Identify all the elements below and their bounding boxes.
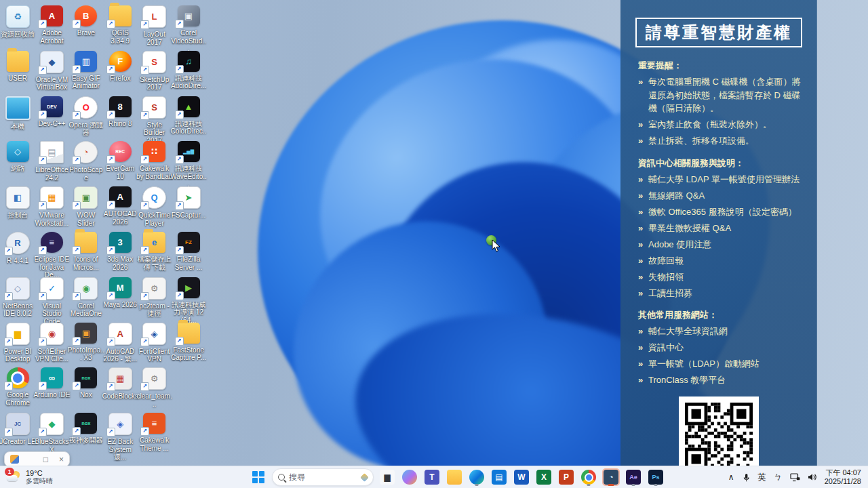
maximize-button[interactable]: □ bbox=[43, 455, 48, 464]
search-box[interactable]: 搜尋 bbox=[272, 468, 374, 486]
desktop-icon-39[interactable]: M↗Maya 2026 bbox=[102, 277, 138, 309]
desktop-icon-44[interactable]: ▣↗PhotoImpa... X3 bbox=[68, 323, 104, 362]
desktop-icon-6[interactable]: USER bbox=[0, 51, 36, 83]
desktop-icon-34[interactable]: e↗檔案儲存上傳 下載 bbox=[136, 232, 173, 271]
desktop-icon-31[interactable]: ≡↗Eclipse IDE for Java De... bbox=[33, 232, 70, 279]
desktop-icon-label: NetBeans IDE 8.0.2 bbox=[0, 302, 36, 318]
desktop-icon-22[interactable]: ∷↗Cakewalk by BandLab bbox=[136, 141, 173, 180]
desktop-icon-57[interactable]: ≡↗Cakewalk Theme ... bbox=[136, 413, 173, 452]
desktop-icon-21[interactable]: REC↗EverCam 10 bbox=[102, 141, 138, 180]
app-icon: ↗ bbox=[7, 367, 29, 388]
desktop-icon-24[interactable]: ◧控制台 bbox=[0, 186, 36, 220]
taskbar-app-edge[interactable] bbox=[468, 468, 486, 486]
desktop-icon-55[interactable]: nox↗夜神多開器 bbox=[68, 413, 104, 445]
desktop-icon-14[interactable]: O↗Opera 瀏覽器 bbox=[68, 96, 104, 137]
desktop-icon-19[interactable]: ▤↗LibreOffice 24.2 bbox=[33, 141, 70, 182]
desktop-icon-35[interactable]: FZ↗FileZilla Server ... bbox=[170, 232, 207, 271]
desktop-icon-7[interactable]: ◆↗Oracle VM VirtualBox bbox=[33, 51, 70, 92]
desktop-icon-52[interactable]: ⚙↗clear_team... bbox=[136, 367, 173, 408]
app-icon: A↗ bbox=[108, 323, 132, 345]
desktop-icon-30[interactable]: R↗R 4.4.1 bbox=[0, 232, 36, 265]
desktop-icon-37[interactable]: ✓↗Visual Studio Code bbox=[33, 277, 70, 326]
desktop-icon-50[interactable]: nox↗Nox bbox=[68, 367, 104, 399]
desktop-icon-38[interactable]: ◉↗Corel MediaOne bbox=[68, 277, 104, 318]
desktop-icon-9[interactable]: F↗Firefox bbox=[102, 51, 138, 83]
start-button[interactable] bbox=[250, 468, 267, 486]
taskbar-app-photoshop[interactable]: Ps bbox=[647, 468, 665, 486]
desktop-icon-42[interactable]: ▆↗Power BI Desktop bbox=[0, 323, 36, 363]
desktop-icon-5[interactable]: ▣↗Corel VideoStud... bbox=[170, 5, 207, 53]
desktop-icon-23[interactable]: ▂▅▇↗訊連科技 WaveEdito... bbox=[170, 141, 207, 188]
desktop-icon-41[interactable]: ▶↗訊連科技威力導演 12 (64... bbox=[170, 277, 207, 325]
clock[interactable]: 下午 04:07 2025/11/28 bbox=[825, 468, 861, 486]
app-icon: ⚙↗ bbox=[142, 367, 166, 390]
desktop-icon-8[interactable]: ▥↗Easy GIF Animator bbox=[68, 51, 104, 90]
widgets-button[interactable]: 1 19°C 多雲時晴 bbox=[0, 466, 60, 488]
desktop-icon-16[interactable]: S↗Style Builder 2017 bbox=[136, 96, 173, 145]
ime-mode-indicator[interactable]: ㄅ bbox=[774, 472, 783, 483]
desktop-icon-27[interactable]: A↗AUTOCAD 2026 bbox=[102, 186, 138, 226]
app-icon: ♫↗ bbox=[178, 51, 200, 72]
app-icon: ≡↗ bbox=[143, 413, 165, 434]
mini-window-titlebar[interactable]: □ × bbox=[4, 451, 70, 467]
desktop-icon-48[interactable]: ↗Google Chrome bbox=[0, 367, 36, 407]
taskbar-app-file-explorer[interactable] bbox=[446, 468, 463, 486]
taskbar-app-microsoft-store[interactable]: ▤ bbox=[490, 468, 508, 486]
taskbar-app-after-effects[interactable]: Ae bbox=[625, 468, 642, 486]
desktop-icon-56[interactable]: ◈↗EZ Back System 還... bbox=[102, 413, 138, 462]
desktop-icon-3[interactable]: ↗QGIS 3.34.9 bbox=[102, 5, 138, 45]
desktop-icon-29[interactable]: ➤↗FSCaptur... bbox=[170, 186, 207, 220]
desktop-icon-45[interactable]: A↗AutoCAD 2026 - 繁... bbox=[102, 323, 138, 363]
desktop-icon-20[interactable]: ◔↗PhotoScape bbox=[68, 141, 104, 182]
panel-list-item: 無線網路 Q&A bbox=[638, 189, 809, 203]
desktop-icon-25[interactable]: ▦↗VMware Workstati... bbox=[33, 186, 70, 227]
taskbar-app-chrome[interactable] bbox=[580, 468, 597, 486]
close-button[interactable]: × bbox=[59, 455, 64, 464]
desktop-icon-46[interactable]: ◈↗FortiClient VPN bbox=[136, 323, 173, 363]
desktop-icon-49[interactable]: ∞↗Arduino IDE bbox=[33, 367, 70, 399]
panel-list-item: 單一帳號（LDAP）啟動網站 bbox=[638, 357, 809, 371]
desktop-icon-label: AUTOCAD 2026 bbox=[102, 210, 138, 226]
desktop-icon-2[interactable]: B↗Brave bbox=[68, 5, 104, 37]
desktop-icon-10[interactable]: S↗SketchUp 2017 bbox=[136, 51, 173, 92]
desktop-icon-17[interactable]: ▲↗訊連科技 ColorDirec... bbox=[170, 96, 207, 144]
panel-list-item: 輔仁大學 LDAP 單一帳號使用管理辦法 bbox=[638, 173, 809, 186]
desktop-icon-12[interactable]: 本機 bbox=[0, 96, 36, 131]
volume-icon[interactable] bbox=[808, 473, 817, 481]
taskbar-app-excel[interactable]: X bbox=[535, 468, 553, 486]
app-icon: ◆↗ bbox=[40, 413, 64, 435]
desktop-icon-1[interactable]: A↗Adobe Acrobat bbox=[33, 5, 70, 45]
desktop-icon-15[interactable]: 8↗Rhino 8 bbox=[102, 96, 138, 128]
network-icon[interactable] bbox=[790, 473, 800, 482]
taskbar-app-copilot[interactable] bbox=[401, 468, 418, 486]
ime-language-indicator[interactable]: 英 bbox=[758, 472, 767, 483]
panel-section-heading: 重要提醒： bbox=[638, 60, 809, 72]
taskbar-app-word[interactable]: W bbox=[513, 468, 530, 486]
desktop-icon-13[interactable]: DEV↗Dev-C++ bbox=[33, 96, 70, 128]
microphone-icon[interactable] bbox=[742, 473, 751, 482]
desktop-icon-0[interactable]: ♻資源回收筒 bbox=[0, 5, 36, 39]
desktop-icon-28[interactable]: Q↗QuickTime Player bbox=[136, 186, 173, 227]
desktop-icon-18[interactable]: ◇網路 bbox=[0, 141, 36, 173]
desktop-icon-26[interactable]: ▣↗WOW Slider bbox=[68, 186, 104, 227]
desktop-icon-33[interactable]: 3↗3ds Max 2026 bbox=[102, 232, 138, 271]
desktop-icon-40[interactable]: ⚙↗pc2team - 捷徑 bbox=[136, 277, 173, 318]
taskbar-app-flashing-app[interactable]: ◔ bbox=[602, 468, 620, 486]
taskbar-app-device-app[interactable]: ▆ bbox=[378, 468, 396, 486]
desktop-icon-32[interactable]: ↗Icons of Micros... bbox=[68, 232, 104, 271]
tray-overflow-chevron-icon[interactable]: ∧ bbox=[728, 472, 734, 482]
desktop-icon-36[interactable]: ◇↗NetBeans IDE 8.0.2 bbox=[0, 277, 36, 318]
desktop-icon-4[interactable]: L↗LayOut 2017 bbox=[136, 5, 173, 46]
desktop-icon-54[interactable]: ◆↗BlueStacks X bbox=[33, 413, 70, 453]
powerpoint-icon: P bbox=[559, 470, 574, 485]
shortcut-arrow-icon: ↗ bbox=[72, 246, 81, 255]
desktop-icon-51[interactable]: ▦↗CodeBlocks bbox=[102, 367, 138, 401]
desktop-icon-43[interactable]: ◉↗SoftEther VPN Clie... bbox=[33, 323, 70, 363]
desktop-icon-47[interactable]: ↗FastStone Capture P... bbox=[170, 323, 207, 362]
desktop-icon-label: 檔案儲存上傳 下載 bbox=[136, 256, 173, 271]
taskbar-app-powerpoint[interactable]: P bbox=[557, 468, 575, 486]
desktop-icon-11[interactable]: ♫↗訊連科技 AudioDire... bbox=[170, 51, 207, 90]
desktop-icon-53[interactable]: JC↗JCreator LE bbox=[0, 413, 36, 446]
taskbar-app-teams[interactable]: T bbox=[423, 468, 441, 486]
app-icon: ▣↗ bbox=[74, 186, 98, 209]
